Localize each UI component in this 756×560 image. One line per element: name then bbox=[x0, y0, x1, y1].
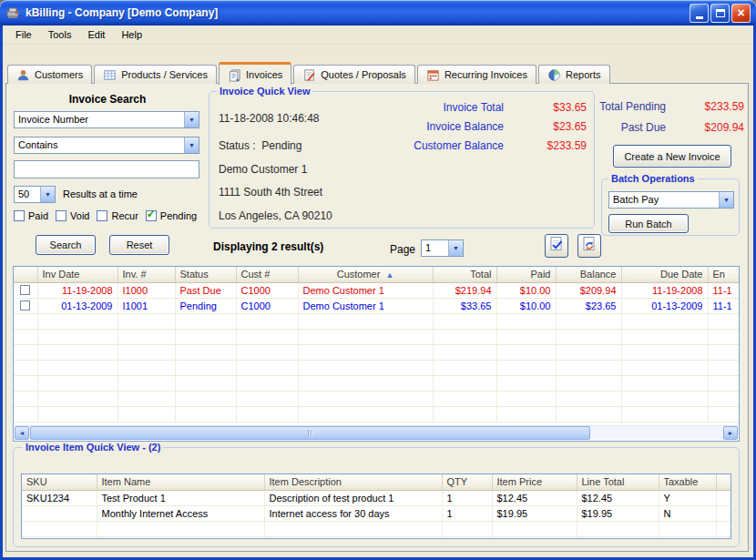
col-taxable[interactable]: Taxable bbox=[659, 474, 716, 490]
batch-operation-selector[interactable]: Batch Pay ▼ bbox=[608, 191, 734, 209]
maximize-button[interactable] bbox=[710, 4, 730, 23]
row-checkbox[interactable] bbox=[20, 285, 30, 295]
menu-edit[interactable]: Edit bbox=[79, 26, 113, 43]
empty-row bbox=[14, 391, 739, 406]
recur-checkbox[interactable]: ✓ bbox=[97, 210, 107, 221]
scroll-left-button[interactable]: ◄ bbox=[15, 426, 29, 440]
col-status[interactable]: Status bbox=[175, 267, 236, 282]
scroll-right-button[interactable]: ► bbox=[723, 426, 738, 440]
col-filler bbox=[716, 474, 730, 490]
minimize-button[interactable] bbox=[690, 4, 709, 23]
search-query-input[interactable] bbox=[14, 160, 199, 178]
check-icon: ✓ bbox=[147, 208, 156, 220]
filter-paid[interactable]: ✓ Paid bbox=[14, 210, 48, 221]
scroll-right-icon: ► bbox=[728, 430, 734, 436]
past-due-label: Past Due bbox=[621, 121, 666, 134]
col-select[interactable] bbox=[14, 267, 37, 282]
col-entered[interactable]: En bbox=[708, 267, 739, 282]
tab-products-services[interactable]: Products / Services bbox=[94, 65, 217, 84]
filter-recur[interactable]: ✓ Recur bbox=[97, 210, 138, 221]
horizontal-scrollbar[interactable]: ◄ ► bbox=[15, 425, 738, 440]
col-item-price[interactable]: Item Price bbox=[492, 474, 577, 490]
item-row[interactable]: Monthly Internet Access Internet access … bbox=[22, 505, 730, 521]
tab-quotes-proposals[interactable]: Quotes / Proposals bbox=[293, 65, 415, 84]
group-title: Invoice Quick View bbox=[217, 86, 312, 97]
chevron-down-icon[interactable]: ▼ bbox=[184, 137, 199, 153]
col-due-date[interactable]: Due Date bbox=[621, 267, 708, 282]
run-batch-button[interactable]: Run Batch bbox=[608, 214, 689, 233]
col-sku[interactable]: SKU bbox=[22, 474, 97, 490]
menu-file[interactable]: File bbox=[7, 26, 40, 43]
tab-label: Reports bbox=[566, 69, 601, 80]
filter-pending[interactable]: ✓ Pending bbox=[146, 210, 197, 221]
tab-recurring-invoices[interactable]: Recurring Invoices bbox=[417, 65, 536, 84]
invoice-total-value: $33.65 bbox=[553, 101, 587, 114]
close-button[interactable]: × bbox=[731, 4, 751, 23]
search-button[interactable]: Search bbox=[36, 235, 96, 255]
tab-invoices[interactable]: Invoices bbox=[219, 62, 291, 85]
filter-label: Paid bbox=[28, 210, 48, 221]
paid-checkbox[interactable]: ✓ bbox=[14, 210, 25, 221]
page-label: Page bbox=[390, 243, 415, 256]
tab-reports[interactable]: Reports bbox=[538, 65, 610, 84]
col-item-name[interactable]: Item Name bbox=[97, 474, 264, 490]
row-checkbox[interactable] bbox=[20, 300, 30, 311]
pie-chart-icon bbox=[547, 68, 561, 82]
void-checkbox[interactable]: ✓ bbox=[56, 210, 66, 221]
col-paid[interactable]: Paid bbox=[496, 267, 556, 282]
scrollbar-thumb[interactable] bbox=[30, 426, 590, 440]
page-selector[interactable]: 1 ▼ bbox=[421, 239, 464, 257]
grid-icon bbox=[103, 68, 117, 82]
window-title: kBilling - Company [Demo Company] bbox=[26, 6, 690, 19]
items-table-header-row: SKU Item Name Item Description QTY Item … bbox=[22, 474, 730, 490]
create-new-invoice-button[interactable]: Create a New Invoice bbox=[613, 145, 731, 168]
item-row[interactable]: SKU1234 Test Product 1 Description of te… bbox=[22, 490, 730, 505]
invoice-row[interactable]: 01-13-2009 I1001 Pending C1000 Demo Cust… bbox=[14, 298, 739, 313]
reset-button[interactable]: Reset bbox=[109, 235, 169, 255]
col-inv-number[interactable]: Inv. # bbox=[117, 267, 175, 282]
status-filters: ✓ Paid ✓ Void ✓ Recur ✓ Pending bbox=[14, 210, 197, 221]
tab-customers[interactable]: Customers bbox=[7, 65, 92, 84]
col-inv-date[interactable]: Inv Date bbox=[37, 267, 117, 282]
col-line-total[interactable]: Line Total bbox=[577, 474, 659, 490]
filter-void[interactable]: ✓ Void bbox=[56, 210, 89, 221]
search-operator-selector[interactable]: Contains ▼ bbox=[14, 137, 199, 154]
col-qty[interactable]: QTY bbox=[442, 474, 492, 490]
invoice-table-header-row: Inv Date Inv. # Status Cust # Customer▲ … bbox=[14, 267, 739, 282]
chevron-down-icon[interactable]: ▼ bbox=[448, 240, 463, 256]
status-value: Pending bbox=[261, 139, 301, 152]
col-cust-number[interactable]: Cust # bbox=[236, 267, 298, 282]
tab-label: Products / Services bbox=[121, 69, 208, 80]
refresh-list-button[interactable] bbox=[577, 234, 601, 258]
group-title: Batch Operations bbox=[608, 173, 698, 184]
empty-row bbox=[14, 406, 739, 422]
sort-ascending-icon: ▲ bbox=[385, 270, 393, 280]
col-total[interactable]: Total bbox=[433, 267, 496, 282]
tab-strip: Customers Products / Services Invoices Q… bbox=[7, 61, 610, 84]
menu-tools[interactable]: Tools bbox=[40, 26, 80, 43]
invoice-total-label: Invoice Total bbox=[444, 101, 505, 114]
past-due-value: $209.94 bbox=[705, 121, 744, 134]
chevron-down-icon[interactable]: ▼ bbox=[40, 187, 55, 202]
invoice-row[interactable]: 11-19-2008 I1000 Past Due C1000 Demo Cus… bbox=[14, 282, 739, 298]
check-invoices-button[interactable] bbox=[545, 234, 568, 258]
col-item-description[interactable]: Item Description bbox=[264, 474, 442, 490]
col-customer[interactable]: Customer▲ bbox=[298, 267, 433, 282]
person-icon bbox=[16, 68, 30, 82]
invoice-item-quick-view-group: Invoice Item Quick View - (2) SKU Item N… bbox=[13, 447, 740, 547]
invoice-search-title: Invoice Search bbox=[14, 93, 201, 106]
col-balance[interactable]: Balance bbox=[556, 267, 621, 282]
menu-help[interactable]: Help bbox=[113, 26, 150, 43]
tab-label: Invoices bbox=[246, 69, 282, 80]
window-border bbox=[0, 25, 3, 560]
chevron-down-icon[interactable]: ▼ bbox=[184, 112, 199, 127]
displaying-results-text: Displaying 2 result(s) bbox=[213, 240, 323, 253]
search-field-selector[interactable]: Invoice Number ▼ bbox=[14, 111, 199, 128]
pending-checkbox[interactable]: ✓ bbox=[146, 210, 157, 221]
customer-name: Demo Customer 1 bbox=[219, 163, 307, 176]
chevron-down-icon[interactable]: ▼ bbox=[719, 192, 733, 208]
empty-row bbox=[14, 344, 739, 360]
results-per-page-selector[interactable]: 50 ▼ bbox=[14, 186, 56, 203]
app-icon bbox=[5, 5, 20, 20]
invoice-items-table: SKU Item Name Item Description QTY Item … bbox=[21, 473, 731, 539]
